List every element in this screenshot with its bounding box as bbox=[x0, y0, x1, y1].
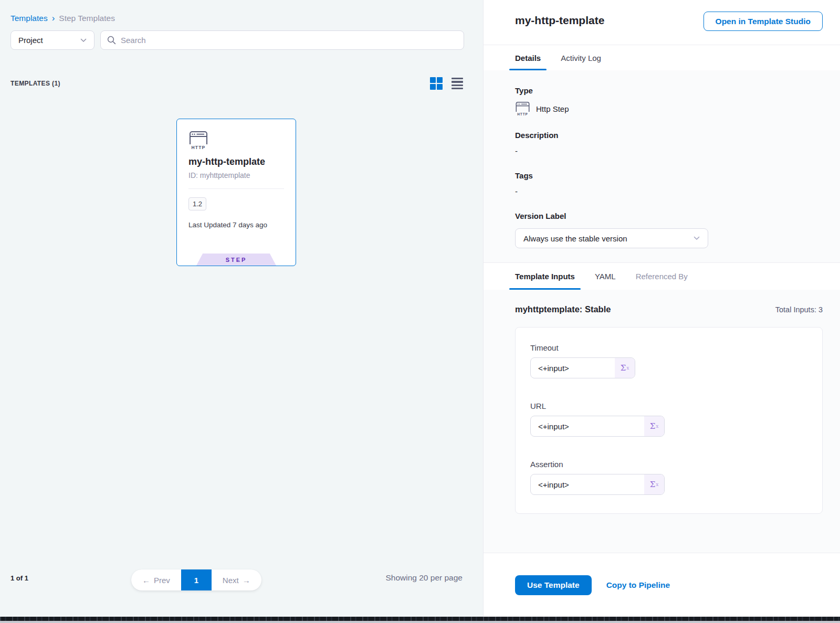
search-box[interactable] bbox=[100, 30, 464, 50]
description-value: - bbox=[515, 146, 808, 155]
breadcrumb-current: Step Templates bbox=[59, 14, 115, 23]
page-count-label: 1 of 1 bbox=[10, 574, 28, 582]
desktop-background-strip bbox=[0, 617, 840, 623]
template-inputs-body: myhttptemplate: Stable Total Inputs: 3 T… bbox=[484, 290, 840, 553]
desktop-wallpaper-edge bbox=[0, 617, 840, 621]
panel-footer: Use Template Copy to Pipeline bbox=[484, 553, 840, 617]
scope-select[interactable]: Project bbox=[10, 30, 94, 50]
list-header-row: TEMPLATES (1) bbox=[10, 77, 464, 90]
type-label: Type bbox=[515, 86, 808, 95]
breadcrumb-templates-link[interactable]: Templates bbox=[10, 14, 48, 23]
version-select-value: Always use the stable version bbox=[523, 234, 627, 243]
panel-title: my-http-template bbox=[515, 14, 604, 27]
template-card-id: ID: myhttptemplate bbox=[188, 171, 284, 179]
open-in-template-studio-button[interactable]: Open in Template Studio bbox=[704, 12, 823, 31]
version-badge[interactable]: 1.2 bbox=[188, 197, 206, 210]
tags-label: Tags bbox=[515, 171, 808, 180]
filters-row: Project bbox=[10, 30, 464, 50]
next-arrow-icon: → bbox=[243, 576, 250, 585]
panel-header: my-http-template Open in Template Studio bbox=[484, 0, 840, 45]
assertion-value: <+input> bbox=[531, 474, 644, 494]
chevron-down-icon bbox=[80, 38, 87, 43]
url-label: URL bbox=[530, 402, 807, 410]
timeout-label: Timeout bbox=[530, 343, 807, 352]
timeout-input[interactable]: <+input> Σx bbox=[530, 357, 635, 378]
grid-view-icon[interactable] bbox=[430, 77, 443, 90]
view-toggles bbox=[430, 77, 464, 90]
prev-page-button[interactable]: ← Prev bbox=[131, 569, 181, 590]
details-body: Type HTTP Http Step Description - Tags -… bbox=[484, 70, 840, 262]
type-value: Http Step bbox=[536, 104, 569, 113]
copy-to-pipeline-link[interactable]: Copy to Pipeline bbox=[606, 580, 670, 590]
tags-value: - bbox=[515, 187, 808, 196]
templates-count-label: TEMPLATES (1) bbox=[10, 80, 60, 87]
prev-arrow-icon: ← bbox=[142, 576, 150, 585]
description-label: Description bbox=[515, 131, 808, 140]
tab-template-inputs[interactable]: Template Inputs bbox=[509, 263, 581, 290]
timeout-value: <+input> bbox=[531, 358, 615, 378]
per-page-label: Showing 20 per page bbox=[385, 573, 463, 583]
chevron-down-icon bbox=[694, 236, 700, 240]
app-window: Templates › Step Templates Project bbox=[0, 0, 840, 617]
tab-yaml[interactable]: YAML bbox=[589, 263, 622, 290]
tab-details[interactable]: Details bbox=[509, 45, 547, 70]
svg-text:HTTP: HTTP bbox=[192, 145, 206, 150]
url-value: <+input> bbox=[531, 416, 644, 436]
search-icon bbox=[107, 36, 116, 45]
http-step-icon: HTTP bbox=[188, 131, 208, 150]
tab-activity-log[interactable]: Activity Log bbox=[555, 45, 607, 70]
template-card[interactable]: HTTP my-http-template ID: myhttptemplate… bbox=[176, 119, 296, 266]
search-input[interactable] bbox=[121, 36, 457, 45]
breadcrumb: Templates › Step Templates bbox=[10, 0, 464, 23]
use-template-button[interactable]: Use Template bbox=[515, 575, 592, 595]
next-page-button[interactable]: Next → bbox=[212, 569, 261, 590]
desktop-edge-highlight bbox=[0, 621, 840, 623]
expression-icon[interactable]: Σx bbox=[615, 358, 635, 378]
tab-referenced-by[interactable]: Referenced By bbox=[630, 263, 694, 290]
inputs-header: myhttptemplate: Stable bbox=[515, 304, 611, 314]
pagination: ← Prev 1 Next → bbox=[131, 569, 261, 590]
step-type-badge: STEP bbox=[196, 254, 276, 266]
card-divider bbox=[188, 188, 284, 189]
details-tabbar: Details Activity Log bbox=[484, 45, 840, 70]
input-field-assertion: Assertion <+input> Σx bbox=[530, 460, 807, 495]
input-field-timeout: Timeout <+input> Σx bbox=[530, 343, 807, 378]
expression-icon[interactable]: Σx bbox=[644, 416, 664, 436]
breadcrumb-separator-icon: › bbox=[52, 14, 55, 23]
list-view-icon[interactable] bbox=[452, 77, 464, 90]
page-1-button[interactable]: 1 bbox=[181, 569, 212, 590]
inputs-card: Timeout <+input> Σx URL <+input> Σx Asse… bbox=[515, 327, 823, 514]
last-updated-text: Last Updated 7 days ago bbox=[188, 221, 284, 229]
http-step-icon: HTTP bbox=[515, 101, 530, 116]
inputs-tabbar: Template Inputs YAML Referenced By bbox=[484, 262, 840, 290]
template-details-panel: my-http-template Open in Template Studio… bbox=[483, 0, 840, 617]
template-card-title: my-http-template bbox=[188, 156, 284, 167]
url-input[interactable]: <+input> Σx bbox=[530, 416, 665, 437]
assertion-label: Assertion bbox=[530, 460, 807, 469]
templates-list-panel: Templates › Step Templates Project bbox=[0, 0, 483, 617]
version-select[interactable]: Always use the stable version bbox=[515, 228, 708, 248]
scope-select-value: Project bbox=[18, 36, 43, 45]
expression-icon[interactable]: Σx bbox=[644, 474, 664, 494]
total-inputs-label: Total Inputs: 3 bbox=[775, 305, 823, 314]
svg-text:HTTP: HTTP bbox=[517, 112, 528, 116]
input-field-url: URL <+input> Σx bbox=[530, 402, 807, 437]
assertion-input[interactable]: <+input> Σx bbox=[530, 474, 665, 495]
version-label: Version Label bbox=[515, 212, 808, 220]
